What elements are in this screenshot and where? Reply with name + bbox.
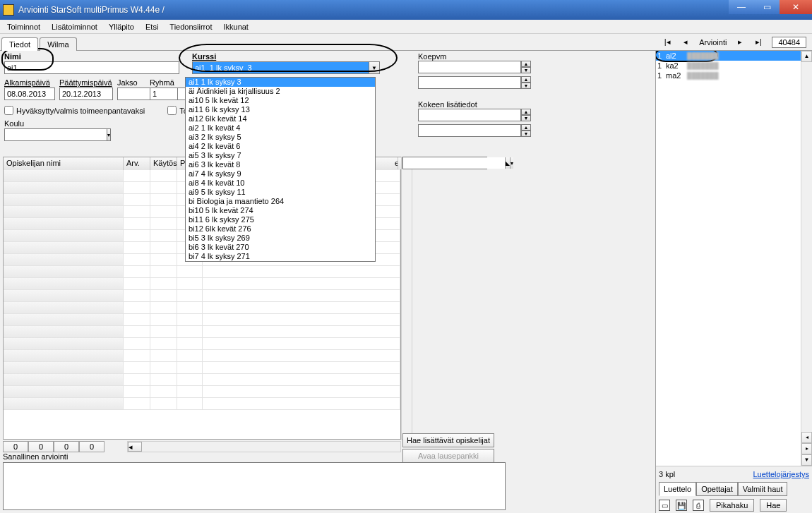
table-row[interactable]: [4, 362, 400, 374]
tab-opettajat[interactable]: Opettajat: [696, 482, 738, 496]
scrollbar-thumb[interactable]: ◂: [128, 442, 142, 452]
list-item[interactable]: 1ai2███████: [656, 51, 812, 61]
nav-next-icon[interactable]: ▸: [735, 37, 745, 47]
dropdown-option[interactable]: bi12 6lk kevät 276: [186, 224, 375, 234]
chevron-down-icon[interactable]: ▼: [369, 61, 380, 74]
dropdown-option[interactable]: bi7 4 lk syksy 271: [186, 252, 375, 261]
koepvm-field-1[interactable]: ▲▼: [418, 61, 520, 73]
hae-opiskelijat-button[interactable]: Hae lisättävät opiskelijat: [402, 433, 494, 447]
grid-column-header[interactable]: Opiskelijan nimi: [4, 157, 124, 170]
scroll-left-icon[interactable]: ◂: [801, 432, 812, 443]
table-row[interactable]: [4, 398, 400, 410]
kurssi-combo[interactable]: ▼: [192, 61, 380, 74]
dropdown-option[interactable]: ai7 4 lk syksy 9: [186, 169, 375, 179]
koepvm-field-2[interactable]: ▲▼: [418, 76, 520, 89]
list-item[interactable]: 1ka2███████: [656, 61, 812, 71]
dropdown-option[interactable]: bi6 3 lk kevät 270: [186, 243, 375, 252]
nimi-input[interactable]: [4, 61, 179, 74]
spin-up-icon[interactable]: ▲: [521, 109, 531, 115]
scroll-up-icon[interactable]: ▲: [801, 51, 812, 62]
triangle-right-icon[interactable]: ◣: [505, 157, 510, 169]
dropdown-option[interactable]: ai9 5 lk syksy 11: [186, 188, 375, 197]
verbal-textarea[interactable]: [3, 462, 506, 510]
grid-column-header[interactable]: eja: [392, 157, 398, 169]
paattymis-input[interactable]: [59, 87, 113, 100]
scroll-right-icon[interactable]: ▸: [801, 443, 812, 454]
table-row[interactable]: [4, 326, 400, 338]
table-row[interactable]: [4, 350, 400, 362]
menu-etsi[interactable]: Etsi: [140, 21, 164, 32]
mid-search-field[interactable]: ◣ ▾: [402, 157, 487, 169]
tab-wilma[interactable]: Wilma: [40, 37, 77, 51]
print-icon[interactable]: ⎙: [693, 500, 704, 511]
dropdown-option[interactable]: ai2 1 lk kevät 4: [186, 123, 375, 133]
dropdown-option[interactable]: ai3 2 lk syksy 5: [186, 133, 375, 142]
table-row[interactable]: [4, 278, 400, 290]
nav-first-icon[interactable]: |◂: [662, 37, 672, 47]
dropdown-option[interactable]: ai10 5 lk kevät 12: [186, 96, 375, 105]
table-row[interactable]: [4, 386, 400, 398]
koulu-combo[interactable]: ▾: [4, 128, 103, 141]
koepvm-input-2[interactable]: [418, 76, 521, 89]
kurssi-dropdown-list[interactable]: ai1 1 lk syksy 3äi Äidinkieli ja kirjall…: [185, 77, 376, 262]
nav-last-icon[interactable]: ▸|: [753, 37, 763, 47]
dropdown-option[interactable]: ai6 3 lk kevät 8: [186, 160, 375, 169]
horizontal-scrollbar[interactable]: ◂: [127, 441, 401, 452]
tab-luettelo[interactable]: Luettelo: [659, 482, 696, 496]
hyvaksytty-checkbox[interactable]: [4, 106, 13, 115]
dropdown-option[interactable]: bi10 5 lk kevät 274: [186, 206, 375, 215]
alkamis-input[interactable]: [4, 87, 55, 100]
spin-up-icon[interactable]: ▲: [521, 76, 531, 83]
window-close-button[interactable]: ✕: [780, 0, 812, 14]
dropdown-option[interactable]: bi5 3 lk syksy 269: [186, 234, 375, 243]
tab-valmiit-haut[interactable]: Valmiit haut: [738, 482, 788, 496]
grid-column-header[interactable]: Arv.: [124, 157, 150, 170]
dropdown-option[interactable]: ai5 3 lk syksy 7: [186, 151, 375, 160]
spin-down-icon[interactable]: ▼: [521, 131, 531, 137]
kokeen-input-1[interactable]: [418, 109, 521, 121]
chevron-down-icon[interactable]: ▾: [107, 128, 111, 141]
kokeen-field-2[interactable]: ▲▼: [418, 124, 520, 137]
kokeen-input-2[interactable]: [418, 124, 521, 137]
window-minimize-button[interactable]: —: [729, 0, 754, 14]
menu-toiminnot[interactable]: Toiminnot: [1, 21, 46, 32]
spin-up-icon[interactable]: ▲: [521, 124, 531, 131]
table-row[interactable]: [4, 338, 400, 350]
save-icon[interactable]: 💾: [676, 500, 687, 511]
dropdown-option[interactable]: ai12 6lk kevät 14: [186, 114, 375, 123]
dropdown-option[interactable]: bi11 6 lk syksy 275: [186, 215, 375, 224]
mid-search-input[interactable]: [403, 157, 505, 169]
spin-up-icon[interactable]: ▲: [521, 61, 531, 67]
dropdown-option[interactable]: ai1 1 lk syksy 3: [186, 78, 375, 87]
triangle-down-icon[interactable]: ▾: [510, 157, 513, 169]
kokeen-field-1[interactable]: ▲▼: [418, 109, 520, 121]
ryhma-input[interactable]: [150, 87, 178, 100]
table-row[interactable]: [4, 374, 400, 386]
koulu-input[interactable]: [4, 128, 107, 141]
hae-button[interactable]: Hae: [760, 499, 787, 512]
menu-yllapito[interactable]: Ylläpito: [103, 21, 140, 32]
toim-checkbox[interactable]: [167, 106, 177, 115]
kurssi-combo-input[interactable]: [192, 61, 369, 74]
nav-prev-icon[interactable]: ◂: [681, 37, 691, 47]
dropdown-option[interactable]: ai11 6 lk syksy 13: [186, 105, 375, 114]
spin-down-icon[interactable]: ▼: [521, 83, 531, 89]
list-item[interactable]: 1ma2███████: [656, 71, 812, 80]
pikahaku-button[interactable]: Pikahaku: [710, 499, 754, 512]
menu-ikkunat[interactable]: Ikkunat: [217, 21, 253, 32]
koepvm-input-1[interactable]: [418, 61, 521, 73]
window-maximize-button[interactable]: ▭: [754, 0, 780, 14]
right-scrollbar[interactable]: ▲ ◂ ▸ ▼: [801, 51, 812, 466]
table-row[interactable]: [4, 302, 400, 314]
dropdown-option[interactable]: äi Äidinkieli ja kirjallisuus 2: [186, 87, 375, 96]
tab-tiedot[interactable]: Tiedot: [1, 37, 38, 51]
dropdown-option[interactable]: ai8 4 lk kevät 10: [186, 179, 375, 188]
table-row[interactable]: [4, 314, 400, 326]
new-doc-icon[interactable]: ▭: [659, 500, 670, 511]
order-link[interactable]: Luettelojärjestys: [753, 470, 810, 478]
right-record-list[interactable]: 1ai2███████1ka2███████1ma2███████ ▲ ◂ ▸ …: [656, 51, 812, 466]
table-row[interactable]: [4, 290, 400, 302]
spin-down-icon[interactable]: ▼: [521, 67, 531, 73]
dropdown-option[interactable]: bi Biologia ja maantieto 264: [186, 197, 375, 206]
dropdown-option[interactable]: ai4 2 lk kevät 6: [186, 142, 375, 151]
